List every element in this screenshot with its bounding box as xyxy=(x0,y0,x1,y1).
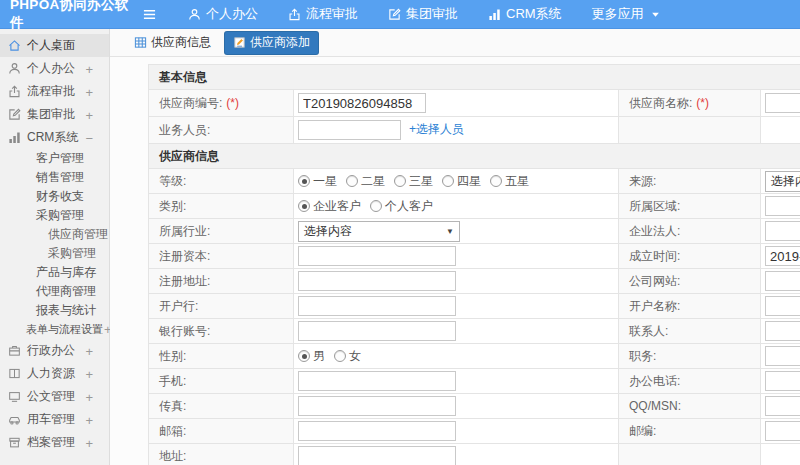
sidebar-item-group-approval[interactable]: 集团审批+ xyxy=(0,103,109,126)
nav-more-apps[interactable]: 更多应用 xyxy=(577,0,675,29)
level-radio-4[interactable]: 五星 xyxy=(490,174,529,188)
staff-input[interactable] xyxy=(298,120,401,140)
caret-down-icon: ▼ xyxy=(446,227,454,236)
level-radio-2[interactable]: 三星 xyxy=(394,174,433,188)
menu-toggle-icon[interactable] xyxy=(142,8,157,21)
app-logo[interactable]: PHPOA协同办公软件 xyxy=(0,0,136,32)
expander-icon[interactable]: + xyxy=(85,343,93,358)
sidebar-item-sales-mgmt[interactable]: 销售管理+ xyxy=(0,168,109,187)
category-radio-1[interactable]: 个人客户 xyxy=(370,199,433,213)
sidebar-item-personal-office[interactable]: 个人办公+ xyxy=(0,57,109,80)
nav-workflow-approval[interactable]: 流程审批 xyxy=(273,0,373,29)
supplier-code-input[interactable] xyxy=(298,93,426,113)
sidebar-item-workflow-approval[interactable]: 流程审批+ xyxy=(0,80,109,103)
sidebar-item-document-mgmt[interactable]: 公文管理+ xyxy=(0,385,109,408)
zip-code-input[interactable] xyxy=(765,421,800,441)
sidebar-item-human-resources[interactable]: 人力资源+ xyxy=(0,362,109,385)
office-phone-input[interactable] xyxy=(765,371,800,391)
sidebar-item-product-inventory[interactable]: 产品与库存+ xyxy=(0,263,109,282)
field-label: 企业法人: xyxy=(619,219,761,244)
source-select[interactable]: 选择内容▼ xyxy=(765,171,800,192)
sidebar-item-finance[interactable]: 财务收支+ xyxy=(0,187,109,206)
account-name-input[interactable] xyxy=(765,296,800,316)
registered-address-input[interactable] xyxy=(298,271,456,291)
sidebar-item-personal-desktop[interactable]: 个人桌面 xyxy=(0,34,109,57)
gender-radio-1[interactable]: 女 xyxy=(334,349,361,363)
expander-icon[interactable]: + xyxy=(75,170,83,185)
sidebar-item-purchase-mgmt[interactable]: 采购管理− xyxy=(0,206,109,225)
sidebar-item-customer-mgmt[interactable]: 客户管理+ xyxy=(0,149,109,168)
user-icon xyxy=(188,8,201,21)
tab-supplier-info[interactable]: 供应商信息 xyxy=(132,32,213,54)
expander-icon[interactable]: + xyxy=(85,435,93,450)
form-row: 业务人员:+选择人员 xyxy=(149,117,800,144)
bank-name-input[interactable] xyxy=(298,296,456,316)
tab-label: 供应商信息 xyxy=(151,34,211,51)
registered-capital-input[interactable] xyxy=(298,246,456,266)
sidebar-item-label: 个人桌面 xyxy=(27,37,75,54)
legal-person-input[interactable] xyxy=(765,221,800,241)
nav-item-label: 集团审批 xyxy=(406,5,458,23)
choose-staff-link[interactable]: +选择人员 xyxy=(409,122,464,136)
field-label xyxy=(619,444,761,465)
field-label: 银行账号: xyxy=(149,319,294,344)
nav-item-label: 更多应用 xyxy=(592,5,644,23)
expander-icon[interactable]: + xyxy=(75,189,83,204)
sidebar-item-form-flow-settings[interactable]: 表单与流程设置+ xyxy=(0,320,109,339)
field-label: 成立时间: xyxy=(619,244,761,269)
table-grid-icon xyxy=(134,36,147,49)
sidebar-item-archive-mgmt[interactable]: 档案管理+ xyxy=(0,431,109,454)
level-radio-3[interactable]: 四星 xyxy=(442,174,481,188)
field-label: 开户行: xyxy=(149,294,294,319)
sidebar-item-label: 行政办公 xyxy=(27,342,75,359)
level-radio-0[interactable]: 一星 xyxy=(298,174,337,188)
expander-icon[interactable]: − xyxy=(75,208,83,223)
user-icon xyxy=(8,62,21,75)
share-icon xyxy=(8,85,21,98)
level-radio-1[interactable]: 二星 xyxy=(346,174,385,188)
sidebar-item-procurement[interactable]: 采购管理 xyxy=(0,244,109,263)
sidebar-item-reports-stats[interactable]: 报表与统计 xyxy=(0,301,109,320)
fax-input[interactable] xyxy=(298,396,456,416)
gender-radio-0[interactable]: 男 xyxy=(298,349,325,363)
form-row: 地址: xyxy=(149,444,800,465)
industry-select[interactable]: 选择内容▼ xyxy=(298,221,460,242)
nav-crm-system[interactable]: CRM系统 xyxy=(473,0,577,29)
nav-group-approval[interactable]: 集团审批 xyxy=(373,0,473,29)
sidebar-item-vehicle-mgmt[interactable]: 用车管理+ xyxy=(0,408,109,431)
tab-supplier-add[interactable]: 供应商添加 xyxy=(225,32,318,54)
sidebar-item-agent-mgmt[interactable]: 代理商管理+ xyxy=(0,282,109,301)
supplier-name-input[interactable] xyxy=(765,93,800,113)
expander-icon[interactable]: + xyxy=(85,412,93,427)
expander-icon[interactable]: + xyxy=(85,107,93,122)
address-input[interactable] xyxy=(298,446,456,465)
supplier-add-form: 基本信息供应商编号:(*)供应商名称:(*)业务人员:+选择人员供应商信息等级:… xyxy=(148,64,800,465)
website-input[interactable] xyxy=(765,271,800,291)
form-row: 性别:男女职务: xyxy=(149,344,800,369)
expander-icon[interactable]: + xyxy=(75,265,83,280)
sidebar-item-label: CRM系统 xyxy=(27,129,78,146)
expander-icon[interactable]: + xyxy=(85,84,93,99)
mobile-input[interactable] xyxy=(298,371,456,391)
caret-down-icon xyxy=(651,10,660,19)
category-radio-0[interactable]: 企业客户 xyxy=(298,199,361,213)
bank-account-input[interactable] xyxy=(298,321,456,341)
expander-icon[interactable]: + xyxy=(85,389,93,404)
expander-icon[interactable]: + xyxy=(85,61,93,76)
founded-date-input[interactable] xyxy=(765,246,800,266)
qq-msn-input[interactable] xyxy=(765,396,800,416)
expander-icon[interactable]: + xyxy=(75,151,83,166)
sidebar-item-admin-office[interactable]: 行政办公+ xyxy=(0,339,109,362)
sidebar-item-crm-system[interactable]: CRM系统− xyxy=(0,126,109,149)
expander-icon[interactable]: + xyxy=(75,284,83,299)
expander-icon[interactable]: − xyxy=(85,130,93,145)
position-input[interactable] xyxy=(765,346,800,366)
sidebar-item-label: 用车管理 xyxy=(27,411,75,428)
email-input[interactable] xyxy=(298,421,456,441)
form-row: 注册资本:成立时间: xyxy=(149,244,800,269)
expander-icon[interactable]: + xyxy=(85,366,93,381)
contact-person-input[interactable] xyxy=(765,321,800,341)
region-input[interactable] xyxy=(765,196,800,216)
sidebar-item-supplier-mgmt[interactable]: 供应商管理 xyxy=(0,225,109,244)
nav-personal-office[interactable]: 个人办公 xyxy=(173,0,273,29)
